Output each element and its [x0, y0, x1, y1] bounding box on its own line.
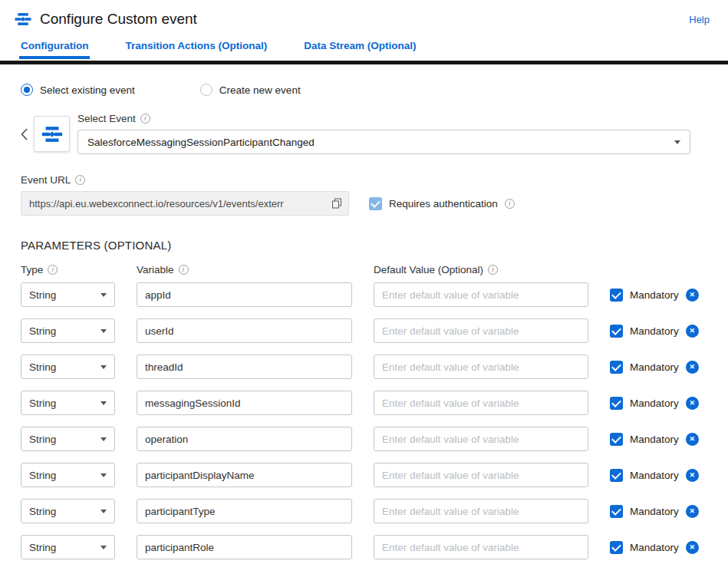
parameter-row: String Mandatory: [21, 463, 707, 487]
info-icon[interactable]: [505, 199, 515, 209]
mandatory-checkbox[interactable]: [610, 397, 623, 410]
variable-input[interactable]: [137, 391, 352, 415]
chevron-down-icon: [100, 510, 107, 513]
default-value-input[interactable]: [374, 499, 588, 523]
variable-input[interactable]: [137, 535, 352, 559]
chevron-down-icon: [674, 140, 680, 144]
mandatory-checkbox[interactable]: [610, 289, 623, 302]
type-select[interactable]: String: [21, 355, 115, 379]
event-url-label-row: Event URL: [21, 174, 707, 186]
remove-row-icon[interactable]: [686, 361, 699, 374]
default-value-input[interactable]: [374, 427, 588, 451]
default-value-input[interactable]: [374, 318, 588, 343]
info-icon[interactable]: [75, 175, 85, 185]
event-url-value: https://api.eu.webexconnect.io/resources…: [29, 198, 327, 209]
radio-selected-icon: [21, 84, 33, 96]
remove-row-icon[interactable]: [686, 433, 699, 446]
remove-row-icon[interactable]: [686, 325, 699, 338]
remove-row-icon[interactable]: [686, 469, 699, 482]
type-select-value: String: [29, 470, 56, 481]
variable-input[interactable]: [137, 463, 352, 487]
type-select[interactable]: String: [21, 535, 115, 559]
type-select[interactable]: String: [21, 318, 115, 343]
mandatory-checkbox[interactable]: [610, 469, 623, 482]
select-event-dropdown[interactable]: SalesforceMessagingSessionParticipantCha…: [77, 130, 690, 154]
type-select[interactable]: String: [21, 427, 115, 451]
default-value-input[interactable]: [374, 355, 588, 379]
remove-row-icon[interactable]: [686, 541, 699, 554]
tab-configuration[interactable]: Configuration: [19, 35, 90, 59]
remove-row-icon[interactable]: [686, 505, 699, 518]
help-link[interactable]: Help: [689, 14, 710, 25]
radio-create-new-event[interactable]: Create new event: [200, 84, 301, 96]
event-url-section: Event URL https://api.eu.webexconnect.io…: [21, 174, 707, 216]
info-icon[interactable]: [179, 265, 189, 275]
parameter-row: String Mandatory: [21, 318, 707, 343]
copy-icon[interactable]: [331, 198, 342, 209]
variable-input[interactable]: [137, 499, 352, 523]
chevron-down-icon: [100, 401, 107, 405]
type-select-value: String: [29, 398, 56, 409]
default-value-column-label: Default Value (Optional): [374, 264, 483, 275]
variable-input[interactable]: [137, 318, 352, 343]
tab-data-stream[interactable]: Data Stream (Optional): [302, 35, 417, 59]
chevron-left-icon[interactable]: [21, 128, 28, 140]
parameter-rows: String Mandatory String Mandatory String: [21, 282, 707, 559]
select-event-value: SalesforceMessagingSessionParticipantCha…: [87, 137, 315, 148]
info-icon[interactable]: [488, 265, 498, 275]
radio-select-existing-event[interactable]: Select existing event: [21, 84, 135, 96]
mandatory-checkbox[interactable]: [610, 325, 623, 338]
type-select[interactable]: String: [21, 499, 115, 523]
parameter-row: String Mandatory: [21, 427, 707, 451]
type-select[interactable]: String: [21, 463, 115, 487]
type-select-value: String: [29, 506, 56, 517]
requires-auth-group: Requires authentication: [369, 197, 515, 210]
default-value-input[interactable]: [374, 463, 588, 487]
variable-input[interactable]: [137, 355, 352, 379]
radio-label: Create new event: [219, 84, 301, 96]
chevron-down-icon: [100, 329, 107, 333]
tab-transition-actions[interactable]: Transition Actions (Optional): [124, 35, 268, 59]
chevron-down-icon: [100, 546, 107, 549]
parameter-row: String Mandatory: [21, 499, 707, 523]
mandatory-checkbox[interactable]: [610, 361, 623, 374]
event-icon: [34, 116, 70, 152]
event-source-radio-group: Select existing event Create new event: [21, 84, 707, 96]
mandatory-checkbox[interactable]: [610, 541, 623, 554]
requires-auth-label: Requires authentication: [389, 198, 498, 209]
header: Configure Custom event Help: [0, 0, 728, 35]
mandatory-checkbox[interactable]: [610, 433, 623, 446]
variable-input[interactable]: [137, 427, 352, 451]
radio-unselected-icon: [200, 84, 212, 96]
type-select[interactable]: String: [21, 391, 115, 415]
mandatory-label: Mandatory: [630, 434, 679, 445]
remove-row-icon[interactable]: [686, 289, 699, 302]
variable-column-label: Variable: [137, 264, 174, 275]
type-select-value: String: [29, 289, 56, 301]
type-select-value: String: [29, 542, 56, 553]
remove-row-icon[interactable]: [686, 397, 699, 410]
mandatory-label: Mandatory: [630, 325, 679, 337]
mandatory-checkbox[interactable]: [610, 505, 623, 518]
page-title: Configure Custom event: [40, 11, 197, 28]
parameter-row: String Mandatory: [21, 282, 707, 307]
mandatory-label: Mandatory: [630, 470, 679, 481]
requires-auth-checkbox[interactable]: [369, 197, 382, 210]
parameter-row: String Mandatory: [21, 355, 707, 379]
tab-bar: Configuration Transition Actions (Option…: [0, 35, 728, 59]
event-url-field: https://api.eu.webexconnect.io/resources…: [21, 191, 349, 216]
radio-label: Select existing event: [40, 84, 135, 96]
default-value-input[interactable]: [374, 391, 588, 415]
chevron-down-icon: [100, 365, 107, 369]
type-select[interactable]: String: [21, 282, 115, 307]
parameter-row: String Mandatory: [21, 391, 707, 415]
type-select-value: String: [29, 325, 56, 337]
variable-input[interactable]: [137, 282, 352, 307]
select-event-label-row: Select Event: [77, 113, 690, 124]
info-icon[interactable]: [48, 265, 58, 275]
configuration-panel: Select existing event Create new event S…: [0, 84, 728, 574]
info-icon[interactable]: [140, 114, 150, 124]
default-value-input[interactable]: [374, 282, 588, 307]
default-value-input[interactable]: [374, 535, 588, 559]
event-url-label: Event URL: [21, 174, 71, 186]
